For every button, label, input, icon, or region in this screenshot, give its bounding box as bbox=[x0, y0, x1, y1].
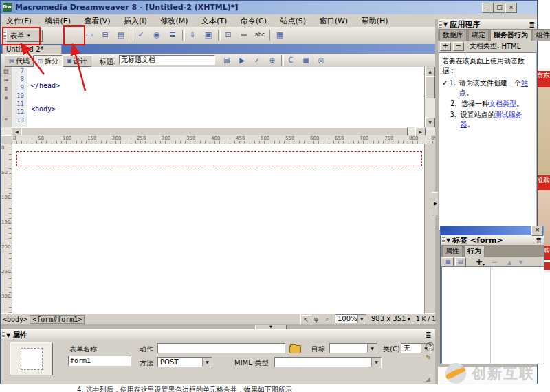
menu-commands[interactable]: 命令(C) bbox=[235, 14, 272, 28]
target-select[interactable]: ▼ bbox=[329, 343, 377, 353]
quick-tag-editor-icon[interactable]: ✎ bbox=[426, 353, 431, 361]
panel-gripper[interactable] bbox=[439, 21, 442, 28]
mime-type-select[interactable]: ▼ bbox=[274, 357, 382, 367]
scroll-up-icon[interactable]: ▲ bbox=[425, 67, 435, 76]
tab-bindings[interactable]: 绑定 bbox=[468, 29, 489, 41]
tab-databases[interactable]: 数据库 bbox=[439, 29, 467, 41]
chevron-down-icon: ▼ bbox=[358, 315, 366, 323]
tag-selector-form[interactable]: <form#form1> bbox=[30, 315, 85, 324]
browser-check-icon[interactable]: ⊕ bbox=[266, 55, 278, 65]
open-documents-icon[interactable]: ▤ bbox=[1, 67, 12, 76]
tab-attributes[interactable]: 属性 bbox=[442, 245, 463, 257]
scroll-thumb[interactable] bbox=[425, 76, 435, 98]
show-all-events-icon[interactable]: ▤ bbox=[455, 257, 466, 267]
add-behavior-button[interactable]: + bbox=[440, 42, 451, 51]
window-size-select[interactable]: 983 x 351▼ bbox=[369, 314, 413, 323]
view-options-icon[interactable]: ▦ bbox=[300, 55, 312, 65]
select-tool-icon[interactable]: ↖ bbox=[300, 315, 311, 325]
more-tools-chevron-icon[interactable]: « bbox=[1, 115, 12, 124]
panel-gripper[interactable] bbox=[2, 331, 5, 338]
step-text: 请为该文件创建一个站点。 bbox=[459, 78, 533, 98]
panel-resize-grip[interactable] bbox=[426, 377, 430, 382]
code-vertical-scrollbar[interactable]: ▲ ▼ bbox=[424, 67, 435, 127]
menu-file[interactable]: 文件(F) bbox=[1, 14, 37, 28]
design-view-canvas[interactable] bbox=[12, 144, 424, 313]
tag-panel-header[interactable]: ▼ 标签 <form> ≣ bbox=[441, 235, 544, 246]
show-set-events-icon[interactable]: ▦ bbox=[443, 257, 454, 267]
insert-file-field-icon[interactable]: ⊡ bbox=[221, 29, 235, 41]
document-title-input[interactable] bbox=[119, 55, 215, 65]
hand-tool-icon[interactable]: ψ bbox=[311, 315, 321, 323]
tag-selector-body[interactable]: <body> bbox=[1, 316, 30, 323]
collapse-selection-icon[interactable]: ⇕ bbox=[1, 85, 12, 94]
insert-list-menu-icon[interactable]: ≣ bbox=[166, 29, 179, 41]
validate-markup-icon[interactable]: ✓ bbox=[251, 55, 263, 65]
menu-insert[interactable]: 插入(I) bbox=[118, 14, 153, 28]
remove-behavior-button[interactable]: − bbox=[453, 42, 464, 51]
design-view-button[interactable]: ▣ 设计 bbox=[63, 55, 91, 67]
properties-header[interactable]: ▼ 属性 ≣ bbox=[1, 330, 435, 340]
insert-hidden-field-icon[interactable]: ⊟ bbox=[98, 29, 112, 41]
zoom-level-select[interactable]: 100%▼ bbox=[335, 314, 366, 323]
document-tab[interactable]: Untitled-2* bbox=[2, 45, 62, 54]
code-view[interactable]: ▤ ⇔ ⇕ ∗ « 78 910 1112 13 </head> <body> … bbox=[1, 67, 435, 127]
insert-image-field-icon[interactable]: ▣ bbox=[201, 29, 215, 41]
method-select[interactable]: POST▼ bbox=[157, 357, 212, 367]
tab-behaviors[interactable]: 行为 bbox=[464, 245, 485, 257]
toolbar-separator bbox=[270, 30, 272, 41]
maximize-button[interactable]: □ bbox=[494, 3, 505, 13]
expand-all-icon[interactable]: ∗ bbox=[1, 94, 12, 102]
insert-label-icon[interactable]: abc bbox=[253, 29, 267, 41]
move-down-icon[interactable]: ▼ bbox=[518, 259, 522, 265]
help-icon[interactable]: ? bbox=[426, 342, 434, 351]
add-behavior-icon[interactable]: + bbox=[476, 257, 483, 267]
tab-server-behaviors[interactable]: 服务器行为 bbox=[490, 29, 531, 41]
folder-icon[interactable] bbox=[289, 345, 301, 353]
menu-help[interactable]: 帮助(H) bbox=[356, 14, 394, 28]
panel-menu-icon[interactable]: ≣ bbox=[529, 21, 535, 28]
application-panel-header[interactable]: ▼ 应用程序 ≣ bbox=[438, 19, 537, 30]
action-input[interactable] bbox=[157, 343, 285, 353]
insert-fieldset-icon[interactable]: ▦ bbox=[273, 29, 287, 41]
form-outline[interactable] bbox=[16, 151, 422, 166]
collapse-tag-icon[interactable]: ⇔ bbox=[1, 76, 12, 85]
insert-textarea-icon[interactable]: ▤ bbox=[114, 29, 128, 41]
file-management-icon[interactable]: ▤ bbox=[221, 55, 233, 65]
mime-type-label: MIME 类型 bbox=[234, 358, 269, 368]
zoom-tool-icon[interactable]: ⌕ bbox=[322, 315, 332, 323]
split-view-button[interactable]: ◫ 拆分 bbox=[34, 55, 63, 67]
refresh-icon[interactable]: C bbox=[285, 55, 297, 65]
insert-checkbox-icon[interactable]: ✓ bbox=[134, 29, 148, 41]
code-horizontal-scrollbar[interactable]: ◀ ▶ bbox=[1, 127, 435, 136]
code-view-button[interactable]: ▤ 代码 bbox=[5, 55, 34, 67]
class-label: 类(C) bbox=[383, 345, 400, 354]
menu-text[interactable]: 文本(T) bbox=[196, 14, 232, 28]
move-up-icon[interactable]: ▲ bbox=[507, 259, 512, 265]
step-text: 设置站点的测试服务器。 bbox=[461, 110, 533, 129]
menu-site[interactable]: 站点(S) bbox=[275, 14, 312, 28]
behaviors-list[interactable] bbox=[441, 266, 544, 364]
minimize-button[interactable]: _ bbox=[482, 3, 494, 13]
close-button[interactable]: × bbox=[505, 3, 517, 13]
preview-in-browser-icon[interactable]: ▶ bbox=[236, 55, 248, 65]
visual-aids-icon[interactable]: ◎ bbox=[315, 55, 327, 65]
insert-jump-menu-icon[interactable]: ⇓ bbox=[186, 29, 199, 41]
code-line-7[interactable]: </head> bbox=[31, 82, 255, 90]
panel-menu-icon[interactable]: ≣ bbox=[536, 237, 542, 244]
tab-components[interactable]: 组件 bbox=[533, 29, 550, 41]
document-type-link[interactable]: 文档类型 bbox=[489, 100, 516, 107]
tag-panel-close-icon[interactable]: × bbox=[531, 226, 543, 236]
menu-window[interactable]: 窗口(W) bbox=[314, 14, 353, 28]
remove-behavior-icon[interactable]: − bbox=[492, 258, 498, 267]
tag-panel-titlebar[interactable]: × bbox=[441, 226, 544, 235]
menu-modify[interactable]: 修改(M) bbox=[155, 14, 193, 28]
panel-gripper[interactable] bbox=[442, 237, 445, 243]
scroll-down-icon[interactable]: ▼ bbox=[425, 118, 435, 127]
insert-button-icon[interactable]: ▬ bbox=[237, 29, 251, 41]
doc-type-value: HTML bbox=[501, 43, 520, 50]
insert-radio-button-icon[interactable]: ◉ bbox=[150, 29, 164, 41]
panel-menu-icon[interactable]: ≣ bbox=[426, 331, 431, 338]
form-name-input[interactable] bbox=[68, 356, 131, 366]
code-line-8[interactable]: <body> bbox=[31, 105, 255, 113]
triangle-down-icon: ▼ bbox=[6, 332, 10, 338]
